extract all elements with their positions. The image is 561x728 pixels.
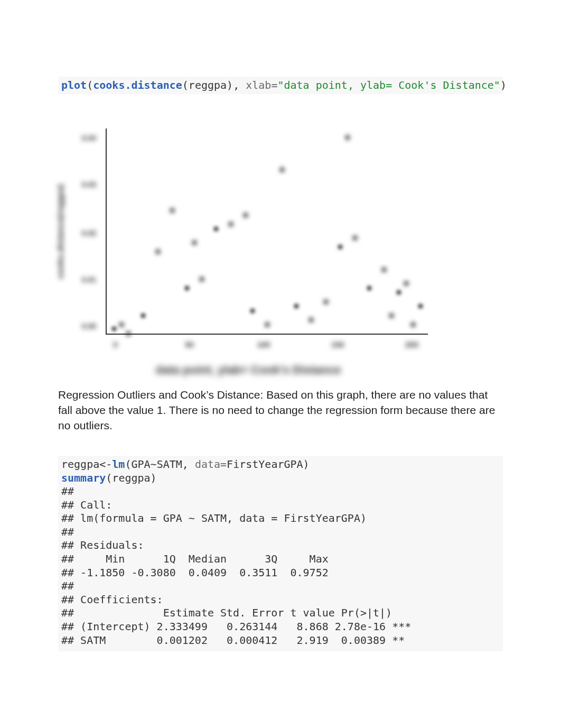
scatter-point [170,208,175,213]
scatter-point [418,304,423,309]
lm-args-close: FirstYearGPA) [227,458,310,471]
lm-args-open: (GPA~SATM, [125,458,194,471]
cooks-distance-plot: cooks.distance(reggpa) 0.00 0.01 0.02 0.… [58,123,503,372]
x-tick: 0 [113,340,117,349]
code-block-plot: plot(cooks.distance(reggpa), xlab="data … [58,77,503,94]
scatter-point [250,308,255,313]
code-block-summary: reggpa<-lm(GPA~SATM, data=FirstYearGPA) … [58,456,503,651]
interpretation-paragraph: Regression Outliers and Cook’s Distance:… [58,388,503,434]
paren-close: ) [500,79,507,91]
scatter-point [192,240,197,245]
scatter-point [279,167,284,172]
summary-args: (reggpa) [106,472,156,484]
paren: ( [182,79,189,91]
scatter-point [338,245,343,250]
paren: ( [87,79,93,91]
scatter-point [294,304,299,309]
plot-inner: cooks.distance(reggpa) 0.00 0.01 0.02 0.… [58,123,438,372]
assign-reggpa: reggpa<- [61,458,112,471]
y-tick: 0.02 [78,229,96,237]
y-tick: 0.04 [78,134,96,142]
scatter-point [119,322,124,327]
arg-reggpa: reggpa [189,79,227,91]
scatter-point [228,222,233,227]
x-tick: 200 [405,340,418,349]
y-tick: 0.00 [78,322,96,330]
scatter-point [199,277,204,281]
dense-baseline-cluster [116,297,418,334]
scatter-point [352,235,357,240]
scatter-point [155,249,160,254]
scatter-point [345,135,350,140]
fn-summary: summary [61,472,106,484]
scatter-point [243,213,248,217]
fn-plot: plot [61,79,87,91]
scatter-point [126,331,131,336]
fn-lm: lm [112,458,125,471]
y-ticks: 0.00 0.01 0.02 0.03 0.04 [78,123,96,335]
x-tick: 150 [331,340,344,349]
plot-area [106,128,428,335]
scatter-point [382,268,387,272]
scatter-point [141,313,146,318]
scatter-point [308,318,313,322]
scatter-point [404,281,408,286]
scatter-point [323,299,328,304]
scatter-point [214,226,219,231]
named-arg-xlab: xlab= [246,79,277,91]
y-tick: 0.03 [78,180,96,189]
scatter-point [389,313,394,318]
scatter-point [111,327,116,331]
x-tick: 50 [185,340,194,349]
x-tick: 100 [257,340,270,349]
r-console-output: ## ## Call: ## lm(formula = GPA ~ SATM, … [61,485,417,647]
scatter-point [265,322,270,327]
named-arg-data: data= [195,458,227,471]
scatter-point [185,285,190,290]
y-tick: 0.01 [78,275,96,284]
x-ticks: 0 50 100 150 200 [106,340,428,352]
scatter-point [411,322,416,327]
y-axis-label: cooks.distance(reggpa) [52,123,70,340]
scatter-point [367,285,372,290]
paren-close-comma: ), [227,79,246,91]
x-axis-label: data point, ylab= Cook's Distance [58,363,438,377]
fn-cooks-distance: cooks.distance [93,79,182,91]
string-xlab: "data point, ylab= Cook's Distance" [277,79,500,91]
scatter-point [396,290,401,295]
